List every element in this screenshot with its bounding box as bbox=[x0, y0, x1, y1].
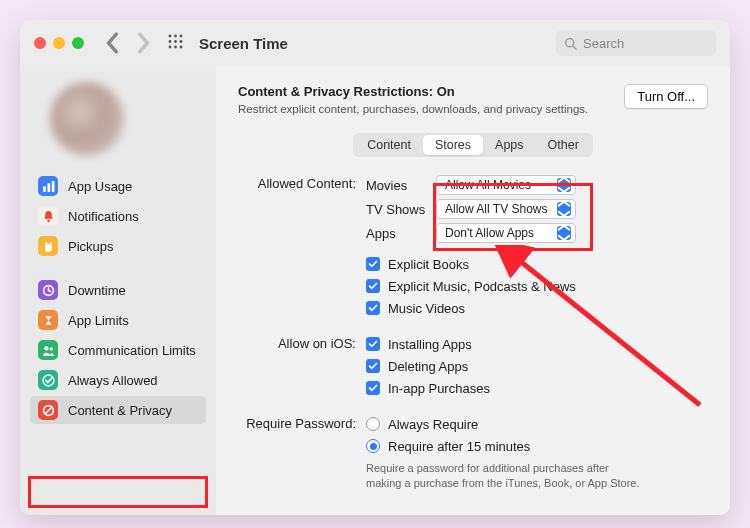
checkbox-explicit-music[interactable] bbox=[366, 279, 380, 293]
svg-point-14 bbox=[47, 219, 50, 222]
apps-dropdown[interactable]: Don't Allow Apps bbox=[436, 223, 576, 243]
turn-off-button[interactable]: Turn Off... bbox=[624, 84, 708, 109]
svg-line-20 bbox=[45, 407, 52, 414]
radio-label: Require after 15 minutes bbox=[388, 439, 530, 454]
hourglass-icon bbox=[38, 310, 58, 330]
radio-always-require[interactable] bbox=[366, 417, 380, 431]
svg-rect-11 bbox=[43, 186, 46, 191]
svg-point-17 bbox=[49, 347, 52, 350]
sidebar-item-communication-limits[interactable]: Communication Limits bbox=[30, 336, 206, 364]
svg-point-2 bbox=[180, 35, 183, 38]
sidebar-item-pickups[interactable]: Pickups bbox=[30, 232, 206, 260]
chevron-updown-icon bbox=[557, 226, 571, 240]
sidebar-item-label: Communication Limits bbox=[68, 343, 196, 358]
check-circle-icon bbox=[38, 370, 58, 390]
page-title: Content & Privacy Restrictions: On bbox=[238, 84, 612, 99]
sidebar: App Usage Notifications Pickups Downtime… bbox=[20, 66, 216, 515]
movies-label: Movies bbox=[366, 178, 428, 193]
svg-point-7 bbox=[174, 46, 177, 49]
window-title: Screen Time bbox=[199, 35, 288, 52]
tvshows-label: TV Shows bbox=[366, 202, 428, 217]
close-window-button[interactable] bbox=[34, 37, 46, 49]
sidebar-item-notifications[interactable]: Notifications bbox=[30, 202, 206, 230]
svg-point-1 bbox=[174, 35, 177, 38]
titlebar: Screen Time Search bbox=[20, 20, 730, 66]
back-button[interactable] bbox=[102, 32, 124, 54]
sidebar-item-label: Notifications bbox=[68, 209, 139, 224]
forward-button[interactable] bbox=[132, 32, 154, 54]
sidebar-item-label: Always Allowed bbox=[68, 373, 158, 388]
svg-point-6 bbox=[169, 46, 172, 49]
sidebar-item-label: Content & Privacy bbox=[68, 403, 172, 418]
sidebar-item-label: App Limits bbox=[68, 313, 129, 328]
movies-dropdown[interactable]: Allow All Movies bbox=[436, 175, 576, 195]
svg-rect-12 bbox=[47, 183, 50, 192]
svg-point-5 bbox=[180, 40, 183, 43]
checkbox-installing-apps[interactable] bbox=[366, 337, 380, 351]
check-label: Music Videos bbox=[388, 301, 465, 316]
check-label: Explicit Books bbox=[388, 257, 469, 272]
check-label: Explicit Music, Podcasts & News bbox=[388, 279, 576, 294]
user-avatar[interactable] bbox=[50, 82, 124, 156]
search-placeholder: Search bbox=[583, 36, 624, 51]
radio-label: Always Require bbox=[388, 417, 478, 432]
radio-require-after-15[interactable] bbox=[366, 439, 380, 453]
content-pane: Content & Privacy Restrictions: On Restr… bbox=[216, 66, 730, 515]
hand-icon bbox=[38, 236, 58, 256]
svg-point-8 bbox=[180, 46, 183, 49]
clock-icon bbox=[38, 280, 58, 300]
check-label: Deleting Apps bbox=[388, 359, 468, 374]
sidebar-item-app-limits[interactable]: App Limits bbox=[30, 306, 206, 334]
svg-point-4 bbox=[174, 40, 177, 43]
apps-label: Apps bbox=[366, 226, 428, 241]
sidebar-item-downtime[interactable]: Downtime bbox=[30, 276, 206, 304]
tvshows-dropdown[interactable]: Allow All TV Shows bbox=[436, 199, 576, 219]
no-entry-icon bbox=[38, 400, 58, 420]
tab-bar: Content Stores Apps Other bbox=[353, 133, 593, 157]
bell-icon bbox=[38, 206, 58, 226]
tab-content[interactable]: Content bbox=[355, 135, 423, 155]
chevron-updown-icon bbox=[557, 202, 571, 216]
page-subtitle: Restrict explicit content, purchases, do… bbox=[238, 103, 612, 115]
checkbox-music-videos[interactable] bbox=[366, 301, 380, 315]
sidebar-item-label: Pickups bbox=[68, 239, 114, 254]
tab-apps[interactable]: Apps bbox=[483, 135, 536, 155]
sidebar-item-app-usage[interactable]: App Usage bbox=[30, 172, 206, 200]
section-label-allowed: Allowed Content: bbox=[238, 173, 366, 319]
svg-rect-13 bbox=[51, 181, 54, 192]
bar-chart-icon bbox=[38, 176, 58, 196]
tab-other[interactable]: Other bbox=[536, 135, 591, 155]
svg-point-0 bbox=[169, 35, 172, 38]
svg-point-16 bbox=[44, 346, 48, 350]
sidebar-item-label: App Usage bbox=[68, 179, 132, 194]
zoom-window-button[interactable] bbox=[72, 37, 84, 49]
checkbox-in-app-purchases[interactable] bbox=[366, 381, 380, 395]
section-label-password: Require Password: bbox=[238, 413, 366, 491]
section-label-ios: Allow on iOS: bbox=[238, 333, 366, 399]
svg-line-10 bbox=[573, 45, 576, 48]
sidebar-item-always-allowed[interactable]: Always Allowed bbox=[30, 366, 206, 394]
sidebar-item-content-privacy[interactable]: Content & Privacy bbox=[30, 396, 206, 424]
people-icon bbox=[38, 340, 58, 360]
checkbox-explicit-books[interactable] bbox=[366, 257, 380, 271]
check-label: Installing Apps bbox=[388, 337, 472, 352]
check-label: In-app Purchases bbox=[388, 381, 490, 396]
checkbox-deleting-apps[interactable] bbox=[366, 359, 380, 373]
preferences-window: Screen Time Search App Usage Notificatio… bbox=[20, 20, 730, 515]
search-field[interactable]: Search bbox=[556, 30, 716, 56]
search-icon bbox=[564, 37, 577, 50]
window-controls bbox=[34, 37, 84, 49]
sidebar-item-label: Downtime bbox=[68, 283, 126, 298]
password-help-text: Require a password for additional purcha… bbox=[366, 461, 646, 491]
show-all-icon[interactable] bbox=[168, 34, 183, 52]
svg-point-3 bbox=[169, 40, 172, 43]
minimize-window-button[interactable] bbox=[53, 37, 65, 49]
tab-stores[interactable]: Stores bbox=[423, 135, 483, 155]
chevron-updown-icon bbox=[557, 178, 571, 192]
